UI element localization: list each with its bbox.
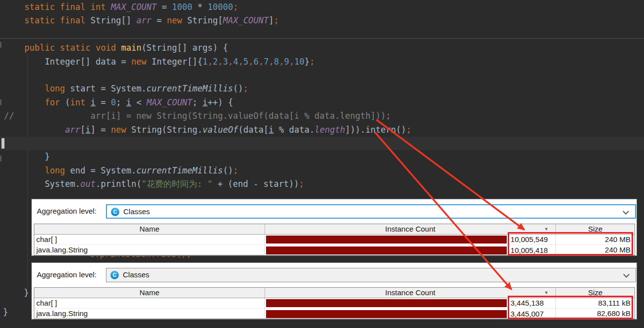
gutter-mark — [0, 156, 1, 162]
column-header-name[interactable]: Name — [34, 288, 265, 298]
instance-count-bar — [266, 236, 507, 244]
highlight-box — [508, 296, 633, 319]
class-name-cell: java.lang.String — [34, 309, 265, 319]
column-header-label: Instance Count — [385, 288, 436, 297]
aggregation-combobox[interactable]: C Classes — [106, 268, 636, 282]
column-header-label: Instance Count — [385, 225, 436, 233]
class-icon: C — [110, 271, 119, 279]
aggregation-level-label: Aggregation level: — [37, 207, 96, 215]
aggregation-combobox[interactable]: C Classes — [106, 204, 636, 219]
class-name-cell: char[ ] — [34, 235, 265, 245]
instance-count-bar — [266, 299, 507, 307]
editor-code-area[interactable]: static final int MAX_COUNT = 1000 * 1000… — [4, 0, 411, 191]
gutter-mark — [0, 42, 1, 48]
closing-brace-class: } — [3, 307, 8, 318]
class-name-cell: char[ ] — [34, 298, 265, 308]
column-header-name[interactable]: Name — [34, 224, 265, 234]
highlight-box — [508, 232, 633, 255]
ide-screen: static final int MAX_COUNT = 1000 * 1000… — [0, 0, 644, 328]
chevron-down-icon[interactable] — [623, 208, 629, 215]
closing-brace-method: } — [24, 287, 29, 298]
combobox-value: Classes — [123, 207, 150, 216]
text-cursor — [1, 138, 4, 149]
class-icon: C — [111, 208, 119, 216]
class-name-cell: java.lang.String — [34, 245, 265, 255]
gutter-mark — [0, 99, 1, 105]
aggregation-level-label: Aggregation level: — [37, 270, 96, 279]
sort-desc-icon[interactable]: ▼ — [544, 227, 549, 232]
instance-count-bar — [266, 310, 507, 318]
instance-count-bar — [266, 246, 507, 254]
chevron-down-icon[interactable] — [623, 271, 630, 278]
sort-desc-icon[interactable]: ▼ — [544, 290, 549, 295]
combobox-value: Classes — [123, 270, 149, 279]
